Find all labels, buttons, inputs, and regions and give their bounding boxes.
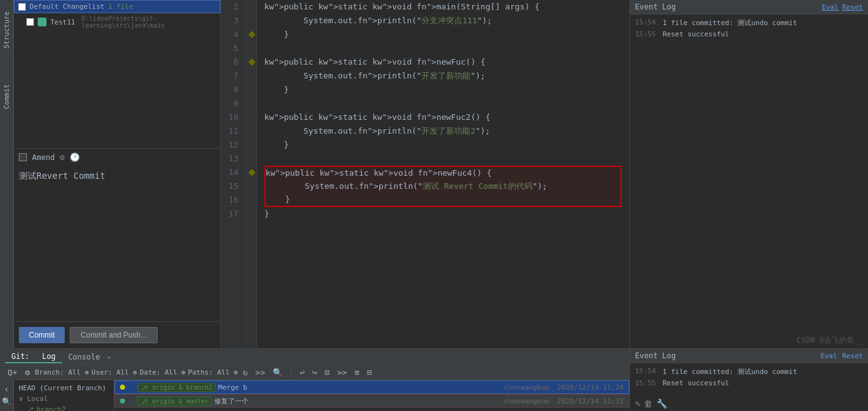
bottom-reset-link[interactable]: Reset (842, 352, 863, 360)
file-list-area: Default Changelist 1 file Test11 D:\idea… (14, 0, 220, 148)
line-number: 9 (226, 97, 241, 110)
gutter-mark (247, 152, 257, 166)
gutter-mark (247, 193, 257, 207)
line-number: 14 (226, 166, 241, 179)
branch-filter[interactable]: Branch: All ⊕ (35, 368, 89, 376)
search-log-icon[interactable]: 🔍 (1, 395, 13, 408)
log-date: 2020/12/14 11:24 (555, 383, 624, 392)
log-dot (120, 385, 125, 390)
log-message: ⎇ origin & branch2Merge b (138, 383, 494, 392)
log-message: ⎇ origin & master修复了一个 (138, 397, 494, 406)
nav-left-arrow[interactable]: ‹ (3, 383, 10, 395)
code-line: System.out.fn">println("开发了新功能"); (264, 69, 622, 83)
head-branch[interactable]: HEAD (Current Branch) (19, 383, 109, 393)
event-log-header: Event Log Eval Reset (630, 0, 868, 14)
tab-log[interactable]: Log (36, 351, 62, 363)
redo-btn[interactable]: ↪ (310, 366, 320, 378)
changelist-checkbox[interactable] (18, 3, 26, 11)
reset-link[interactable]: Reset (842, 3, 863, 11)
trash-icon[interactable]: 🗑 (644, 398, 653, 408)
log-entry[interactable]: ⎇ origin & branch2Merge bchenwangkun2020… (114, 380, 629, 394)
changelist-label: Default Changelist (30, 3, 104, 11)
amend-clock-icon[interactable]: 🕐 (70, 152, 80, 162)
date-filter[interactable]: Date: All ⊕ (139, 368, 185, 376)
settings-toolbar-btn[interactable]: ⚙ (23, 366, 33, 378)
event-time: 15:54 (635, 18, 658, 26)
gutter-mark (247, 55, 257, 69)
branch-item-branch2[interactable]: ⎇ branch2 (19, 404, 109, 411)
line-number: 5 (226, 41, 241, 55)
sidebar-item-commit[interactable]: Commit (0, 79, 13, 114)
log-author: chenwangkun (499, 397, 550, 405)
user-filter[interactable]: User: All ⊕ (92, 368, 138, 376)
list-btn[interactable]: ≡ (352, 366, 362, 378)
sidebar-item-structure[interactable]: Structure (0, 6, 13, 54)
amend-gear-icon[interactable]: ⚙ (60, 152, 65, 162)
gutter-diamond-icon (248, 31, 255, 38)
paths-filter[interactable]: Paths: All ⊕ (188, 368, 237, 376)
line-number: 4 (226, 28, 241, 41)
amend-checkbox[interactable] (19, 153, 27, 161)
event-log-actions: Eval Reset (822, 3, 863, 11)
log-branch-tag: ⎇ origin & branch2 (138, 383, 215, 392)
file-item[interactable]: Test11 D:\ideaProjects\git-learning\src\… (14, 13, 220, 31)
event-log-entries: 15:541 file committed: 测试undo commit15:5… (630, 14, 868, 184)
gutter-mark (247, 207, 257, 221)
log-branch-tag: ⎇ origin & master (138, 397, 212, 406)
code-line: System.out.fn">println("开发了新功能2"); (264, 124, 622, 138)
add-toolbar-btn[interactable]: Q+ (5, 366, 20, 378)
log-entry[interactable]: ⎇ origin & master修复了一个chenwangkun2020/12… (114, 394, 629, 408)
vertical-sidebar: Structure Commit (0, 0, 14, 348)
bottom-eval-link[interactable]: Eval (820, 352, 837, 360)
code-line: kw">public kw">static kw">void fn">newFu… (264, 166, 622, 179)
log-graph (120, 398, 133, 403)
file-path: D:\ideaProjects\git-learning\src\java\ma… (82, 15, 217, 29)
log-entry[interactable]: 开发新功能chenwangkun2020/12/14 11:18 (114, 408, 629, 411)
log-author: chenwangkun (499, 383, 550, 392)
undo-btn[interactable]: ↩ (298, 366, 308, 378)
wrench-icon[interactable]: 🔧 (656, 398, 667, 408)
changelist-header[interactable]: Default Changelist 1 file (14, 0, 220, 13)
line-numbers: 234567891011121314151617 (221, 0, 247, 348)
more-btn[interactable]: >> (253, 366, 268, 378)
tab-git[interactable]: Git: (5, 351, 36, 363)
eval-link[interactable]: Eval (822, 3, 838, 11)
filter-btn[interactable]: ⊡ (322, 366, 332, 378)
git-panel-tabs: Git: Log Console ✕ (0, 349, 629, 365)
bottom-event-header: Event Log Eval Reset (630, 349, 868, 363)
refresh-btn[interactable]: ↻ (241, 366, 251, 378)
gutter-mark (247, 69, 257, 83)
commit-button[interactable]: Commit (19, 327, 65, 343)
code-content: kw">public kw">static kw">void fn">main(… (257, 0, 629, 348)
line-number: 6 (226, 55, 241, 69)
commit-and-push-button[interactable]: Commit and Push... (70, 327, 157, 343)
more2-btn[interactable]: >> (335, 366, 350, 378)
edit-icon[interactable]: ✎ (635, 398, 640, 408)
line-number: 7 (226, 69, 241, 83)
code-line (264, 41, 622, 55)
gutter-mark (247, 166, 257, 179)
line-number: 3 (226, 14, 241, 28)
event-time: 15:54 (635, 367, 658, 375)
event-entry: 15:541 file committed: 测试undo commit (630, 366, 868, 378)
commit-message-area: 测试Revert Commit (14, 166, 220, 321)
toolbar-sep1: | (289, 368, 293, 377)
amend-label: Amend (32, 153, 55, 162)
file-checkbox[interactable] (26, 18, 34, 26)
search-btn[interactable]: 🔍 (270, 366, 285, 378)
event-message: Reset successful (663, 379, 863, 387)
code-line: } (264, 83, 622, 97)
bottom-event-entries: 15:541 file committed: 测试undo commit15:5… (630, 363, 868, 396)
collapse-btn[interactable]: ⊟ (364, 366, 374, 378)
bottom-event-icons: ✎ 🗑 🔧 (630, 396, 868, 411)
tab-console[interactable]: Console ✕ (62, 351, 117, 363)
commit-message-text[interactable]: 测试Revert Commit (19, 169, 215, 183)
event-time: 15:55 (635, 379, 658, 387)
event-entry: 15:55Reset successful (630, 29, 868, 40)
console-close-icon[interactable]: ✕ (107, 354, 111, 361)
git-log-left: ‹ 🔍 (0, 380, 14, 411)
line-number: 12 (226, 138, 241, 152)
editor-area: 234567891011121314151617 kw">public kw">… (221, 0, 629, 348)
bottom-event-title: Event Log (635, 351, 820, 360)
bottom-panel: Git: Log Console ✕ Q+ ⚙ Branch: All ⊕ Us… (0, 348, 868, 411)
